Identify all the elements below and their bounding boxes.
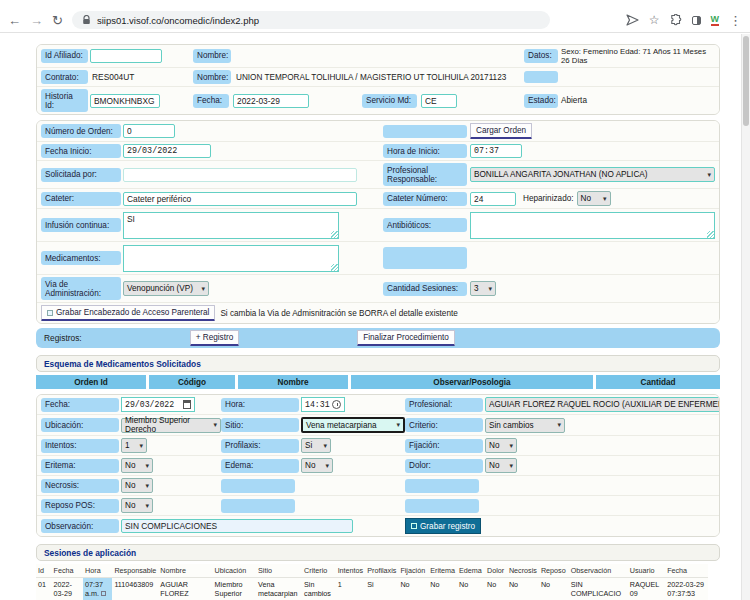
intentos-select[interactable]: 1 ▾ (121, 438, 147, 453)
servicio-md-label: Servicio Md: (362, 94, 417, 108)
eritema-label: Eritema: (41, 459, 119, 473)
table-row[interactable]: 01 2022-03-29 07:37 a.m. 1110463809 AGUI… (36, 578, 708, 600)
reposo-row: Reposo POS: No ▾ (37, 496, 719, 516)
necrosis-select[interactable]: No ▾ (121, 478, 153, 493)
clock-icon[interactable] (332, 400, 341, 409)
profesional-responsable-select[interactable]: BONILLA ANGARITA JONATHAN (NO APLICA) ▾ (470, 167, 715, 182)
criterio-select[interactable]: Sin cambios ▾ (485, 418, 565, 433)
scrollbar-thumb[interactable] (743, 36, 749, 126)
side-panel-icon[interactable] (692, 16, 701, 25)
dolor-label: Dolor: (405, 459, 483, 473)
menu-kebab-icon[interactable]: ⋮ (729, 14, 742, 27)
heparinizado-select[interactable]: No ▾ (577, 191, 611, 206)
sitio-select[interactable]: Vena metacarpiana ▾ (301, 417, 405, 433)
observacion-label: Observación: (41, 519, 119, 533)
reload-icon[interactable]: ↻ (52, 14, 63, 27)
th-responsable: Responsable (112, 564, 158, 578)
forward-icon[interactable]: → (30, 14, 43, 27)
chevron-down-icon: ▾ (557, 421, 561, 429)
esq-hora-input[interactable]: 14:31 (301, 397, 345, 412)
esq-fecha-input[interactable]: 29/03/2022 (121, 397, 195, 412)
esquema-section-title: Esquema de Medicamentos Solicitados (36, 355, 720, 372)
profesional-responsable-value: BONILLA ANGARITA JONATHAN (NO APLICA) (474, 170, 648, 179)
cantidad-sesiones-select[interactable]: 3 ▾ (470, 281, 496, 296)
finalizar-procedimiento-button[interactable]: Finalizar Procedimiento (357, 330, 455, 346)
cell-fijacion: No (398, 578, 428, 600)
add-registro-button[interactable]: + Registro (190, 330, 240, 346)
extension-badge-icon[interactable]: W (711, 15, 720, 26)
eritema-select[interactable]: No ▾ (121, 458, 153, 473)
necrosis-label: Necrosis: (41, 479, 119, 493)
criterio-label: Criterio: (405, 418, 483, 432)
calendar-icon[interactable] (183, 400, 191, 409)
servicio-md-input[interactable] (421, 94, 457, 108)
medicamentos-textarea[interactable] (123, 245, 339, 272)
chevron-down-icon: ▾ (325, 462, 329, 470)
scrollbar[interactable] (741, 34, 750, 600)
bookmark-star-icon[interactable]: ☆ (649, 14, 660, 26)
resize-grip-icon[interactable] (331, 231, 338, 238)
cell-necrosis: No (507, 578, 539, 600)
eritema-value: No (125, 461, 135, 470)
observacion-input[interactable] (121, 519, 353, 533)
esq-hora-value: 14:31 (305, 400, 330, 409)
cateter-numero-input[interactable] (470, 192, 516, 206)
registros-bar: Registros: + Registro Finalizar Procedim… (36, 328, 720, 348)
reposo-pos-value: No (125, 501, 135, 510)
historia-id-input[interactable] (90, 94, 160, 108)
col-codigo: Código (149, 375, 235, 389)
cell-hora[interactable]: 07:37 a.m. (83, 578, 112, 600)
resize-grip-icon[interactable] (331, 264, 338, 271)
solicitada-por-label: Solicitada por: (41, 168, 121, 182)
via-warning-text: Si cambia la Via de Admisnitración se BO… (220, 309, 457, 318)
lock-icon (82, 15, 91, 25)
edema-select[interactable]: No ▾ (301, 458, 333, 473)
chevron-down-icon: ▾ (145, 502, 149, 510)
infusion-continua-textarea[interactable]: SI (123, 212, 339, 239)
fijacion-select[interactable]: No ▾ (485, 438, 517, 453)
profilaxis-value: Si (305, 441, 312, 450)
necrosis-value: No (125, 481, 135, 490)
send-icon[interactable] (626, 14, 639, 26)
empty-chip (221, 499, 295, 513)
profilaxis-select[interactable]: Si ▾ (301, 438, 331, 453)
chevron-down-icon: ▾ (201, 285, 205, 293)
cateter-input[interactable] (123, 192, 357, 206)
numero-orden-input[interactable] (123, 124, 175, 138)
cargar-orden-button[interactable]: Cargar Orden (470, 123, 532, 139)
browser-toolbar: ← → ↻ siips01.visof.co/oncomedic/index2.… (0, 8, 750, 33)
esq-profesional-select[interactable]: AGUIAR FLOREZ RAQUEL ROCIO (AUXILIAR DE … (485, 397, 720, 412)
fecha-inicio-input[interactable] (123, 144, 211, 158)
resize-grip-icon[interactable] (707, 231, 714, 238)
patient-row-1: Id Afiliado: Nombre: Datos: Sexo: Femeni… (37, 45, 719, 68)
th-dolor: Dolor (485, 564, 507, 578)
dolor-select[interactable]: No ▾ (485, 458, 517, 473)
th-usuario: Usuario (628, 564, 665, 578)
sesiones-header-row: Id Fecha Hora Responsable Nombre Ubicaci… (36, 564, 708, 578)
profesional-responsable-label: Profesional Responsable: (383, 163, 467, 186)
via-administracion-select[interactable]: Venopunción (VP) ▾ (123, 281, 209, 296)
edema-value: No (305, 461, 315, 470)
edit-icon[interactable] (101, 591, 106, 596)
fecha-input[interactable] (233, 94, 309, 108)
id-afiliado-input[interactable] (90, 49, 162, 63)
numero-orden-label: Número de Orden: (41, 124, 121, 138)
patient-row-3: Historia Id: Fecha: Servicio Md: Estado:… (37, 87, 719, 114)
back-icon[interactable]: ← (8, 14, 21, 27)
th-edema: Edema (457, 564, 485, 578)
grabar-encabezado-button[interactable]: Grabar Encabezado de Acceso Parenteral (41, 305, 215, 321)
infusion-continua-label: Infusión continua: (41, 218, 121, 232)
hora-inicio-input[interactable] (470, 144, 522, 158)
antibioticos-textarea[interactable] (470, 212, 715, 239)
ubicacion-select[interactable]: Miembro Superior Derecho ▾ (121, 418, 221, 433)
cantidad-sesiones-label: Cantidad Sesiones: (383, 282, 467, 296)
solicitada-por-input[interactable] (123, 168, 357, 182)
esq-profesional-label: Profesional: (405, 398, 483, 412)
reposo-pos-select[interactable]: No ▾ (121, 498, 153, 513)
address-bar[interactable]: siips01.visof.co/oncomedic/index2.php (72, 11, 550, 29)
nombre-label-2: Nombre: (193, 70, 231, 84)
grabar-registro-button[interactable]: Grabar registro (405, 518, 481, 534)
cell-eritema: No (428, 578, 457, 600)
necrosis-row: Necrosis: No ▾ (37, 476, 719, 496)
extensions-puzzle-icon[interactable] (670, 14, 682, 26)
